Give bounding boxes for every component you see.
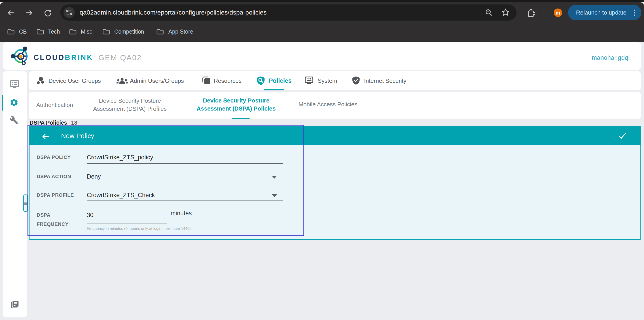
display-list-icon[interactable] [10,80,19,89]
folder-icon [7,28,15,35]
bookmark-cb[interactable]: CB [19,29,27,35]
nav-resources[interactable]: Resources [214,77,242,84]
nav-system[interactable]: System [318,77,337,84]
subnav-active-underline [232,118,250,119]
toolbar-separator [544,9,544,17]
reload-icon[interactable] [44,9,52,17]
highlight-rectangle [28,125,304,236]
people-group-icon [116,77,128,85]
app-header: CLOUDBRINK GEM QA02 manohar.gdqi [3,42,641,70]
save-check-icon[interactable] [618,133,626,139]
window-top-strip [0,0,644,2]
folder-icon [102,28,110,35]
shield-check-icon [352,76,360,85]
sidebar [3,71,27,317]
url-text[interactable]: qa02admin.cloudbrink.com/eportal/configu… [80,9,266,16]
subnav-dspa-policies-line2: Assessment (DSPA) Policies [196,105,276,113]
sidebar-active-indicator [2,95,3,111]
bookmark-star-icon[interactable] [501,8,510,17]
nav-internet-security[interactable]: Internet Security [364,77,406,84]
relaunch-label: Relaunch to update [576,9,626,16]
nav-policies[interactable]: Policies [269,77,292,84]
profile-avatar[interactable]: m [554,9,562,17]
subnav-dspa-policies[interactable]: Device Security Posture Assessment (DSPA… [196,96,276,113]
relaunch-button[interactable]: Relaunch to update [568,5,641,20]
shield-search-icon [256,76,265,86]
extensions-icon[interactable] [526,8,535,17]
subnav-dspa-profiles-line2: Assessment (DSPA) Profiles [93,105,167,113]
brand-wordmark: CLOUDBRINK [34,53,93,62]
brand-cloud: CLOUD [34,53,65,62]
nav-active-underline [264,89,284,90]
subnav-mobile-access-policies[interactable]: Mobile Access Policies [298,101,357,108]
back-icon[interactable] [7,9,14,17]
subnav-dspa-profiles-line1: Device Security Posture [93,97,167,105]
display-tune-icon [304,76,314,85]
site-info-button[interactable] [64,7,75,18]
browser-toolbar: qa02admin.cloudbrink.com/eportal/configu… [0,2,644,42]
bubble-group-icon [36,77,45,85]
library-books-icon[interactable] [10,300,19,309]
environment-label: GEM QA02 [98,53,142,62]
bookmark-competition[interactable]: Competition [114,29,144,35]
cloudbrink-logo-icon [11,46,30,66]
portal-page: CLOUDBRINK GEM QA02 manohar.gdqi [0,42,644,320]
subnav-dspa-policies-line1: Device Security Posture [196,96,276,105]
stacked-copy-icon [202,76,211,86]
zoom-out-icon[interactable] [485,9,493,17]
gear-icon[interactable] [10,98,18,107]
logged-in-user[interactable]: manohar.gdqi [592,54,630,61]
bookmark-app-store[interactable]: App Store [168,29,193,35]
bookmark-tech[interactable]: Tech [48,29,60,35]
panel-drag-handle[interactable] [23,194,28,212]
nav-device-user-groups[interactable]: Device User Groups [48,77,101,84]
folder-icon [156,28,164,35]
subnav-dspa-profiles[interactable]: Device Security Posture Assessment (DSPA… [93,97,167,113]
folder-icon [69,28,77,35]
nav-admin-users-groups[interactable]: Admin Users/Groups [130,77,184,84]
screen: qa02admin.cloudbrink.com/eportal/configu… [0,0,644,320]
forward-icon[interactable] [26,9,33,17]
folder-icon [36,28,44,35]
brand-brink: BRINK [65,53,93,62]
url-bar[interactable]: qa02admin.cloudbrink.com/eportal/configu… [60,5,516,21]
bookmark-misc[interactable]: Misc [81,29,92,35]
menu-kebab-icon[interactable] [633,8,636,18]
wrench-icon[interactable] [10,116,18,125]
subnav-authentication[interactable]: Authentication [36,102,73,109]
